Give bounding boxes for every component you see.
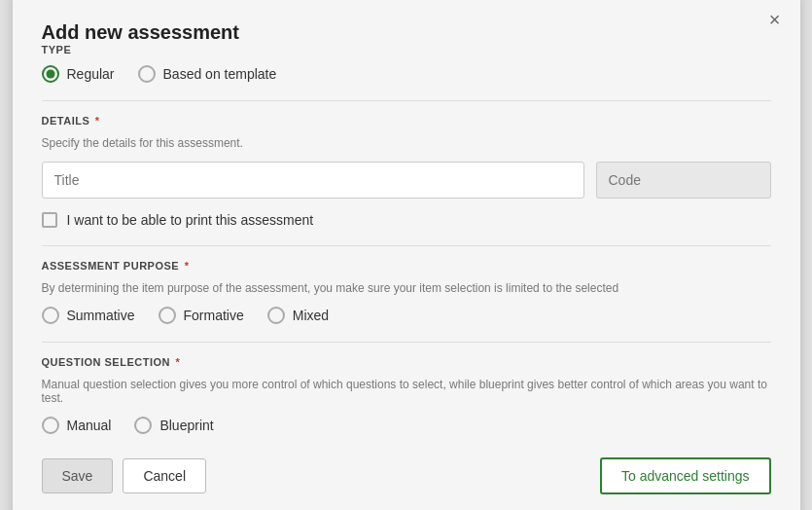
print-checkbox[interactable] (42, 212, 57, 228)
save-button[interactable]: Save (42, 458, 114, 493)
question-required: * (172, 356, 180, 368)
purpose-required: * (181, 260, 189, 272)
question-blueprint-label: Blueprint (159, 418, 213, 433)
purpose-formative-option[interactable]: Formative (159, 307, 244, 324)
print-checkbox-row: I want to be able to print this assessme… (42, 212, 771, 228)
divider-1 (42, 100, 771, 101)
code-input[interactable] (596, 162, 771, 199)
purpose-summative-radio[interactable] (42, 307, 59, 324)
question-radio-group: Manual Blueprint (42, 417, 771, 434)
purpose-description: By determining the item purpose of the a… (42, 281, 771, 295)
advanced-settings-button[interactable]: To advanced settings (600, 457, 771, 494)
details-required: * (91, 115, 99, 127)
details-section-label: DETAILS * (42, 115, 771, 127)
divider-2 (42, 245, 771, 246)
purpose-summative-option[interactable]: Summative (42, 307, 135, 324)
type-regular-label: Regular (67, 66, 115, 82)
purpose-mixed-label: Mixed (293, 308, 329, 323)
cancel-button[interactable]: Cancel (123, 458, 206, 493)
question-description: Manual question selection gives you more… (42, 378, 771, 405)
question-blueprint-radio[interactable] (134, 417, 152, 434)
details-input-row (42, 162, 771, 199)
type-regular-radio[interactable] (42, 65, 59, 83)
purpose-section-label: ASSESSMENT PURPOSE * (42, 260, 771, 272)
type-template-label: Based on template (163, 66, 277, 82)
title-input[interactable] (42, 162, 584, 199)
footer-left-buttons: Save Cancel (42, 458, 207, 493)
purpose-formative-label: Formative (184, 308, 244, 323)
type-template-radio[interactable] (138, 65, 156, 83)
purpose-radio-group: Summative Formative Mixed (42, 307, 771, 324)
modal-footer: Save Cancel To advanced settings (42, 457, 771, 494)
purpose-mixed-radio[interactable] (267, 307, 285, 324)
purpose-formative-radio[interactable] (159, 307, 176, 324)
question-blueprint-option[interactable]: Blueprint (134, 417, 213, 434)
add-assessment-modal: Add new assessment × TYPE Regular Based … (13, 0, 800, 510)
divider-3 (42, 342, 771, 343)
type-radio-group: Regular Based on template (42, 65, 771, 83)
modal-title: Add new assessment (42, 21, 239, 43)
question-section-label: QUESTION SELECTION * (42, 356, 771, 368)
purpose-summative-label: Summative (67, 308, 135, 323)
type-section-label: TYPE (42, 44, 771, 55)
question-manual-option[interactable]: Manual (42, 417, 112, 434)
type-template-option[interactable]: Based on template (138, 65, 277, 83)
close-button[interactable]: × (769, 10, 781, 29)
question-manual-label: Manual (67, 418, 112, 433)
print-checkbox-label: I want to be able to print this assessme… (67, 212, 314, 228)
details-description: Specify the details for this assessment. (42, 136, 771, 150)
question-manual-radio[interactable] (42, 417, 59, 434)
type-regular-option[interactable]: Regular (42, 65, 115, 83)
purpose-mixed-option[interactable]: Mixed (267, 307, 329, 324)
